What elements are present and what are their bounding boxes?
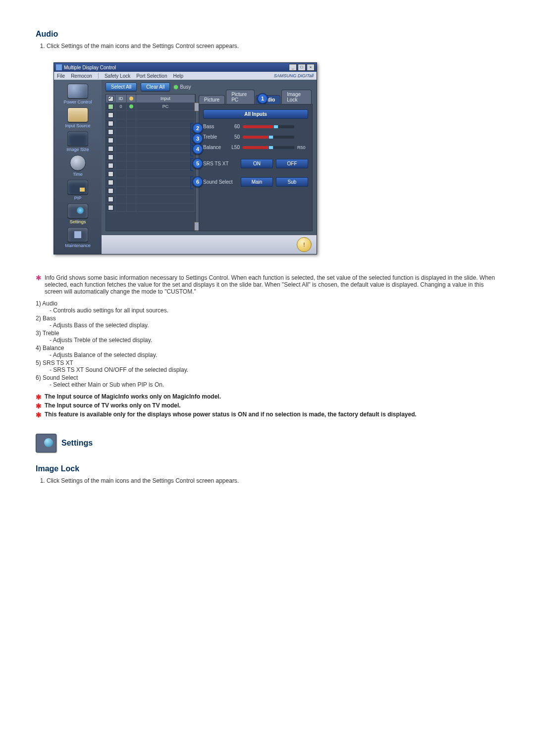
row-checkbox[interactable] <box>108 188 113 194</box>
row-checkbox[interactable] <box>108 112 113 118</box>
note-power-status: ✱This feature is available only for the … <box>36 411 499 419</box>
star-icon: ✱ <box>36 393 42 401</box>
status-bar: ! <box>102 235 317 254</box>
tab-image-lock[interactable]: Image Lock <box>281 90 312 104</box>
grid-row-empty[interactable] <box>106 203 195 212</box>
grid-header-checkbox[interactable] <box>106 95 115 102</box>
grid-row-empty[interactable] <box>106 161 195 170</box>
sidebar-label: Settings <box>70 219 86 224</box>
menu-remocon[interactable]: Remocon <box>71 73 92 79</box>
grid-row-empty[interactable] <box>106 119 195 128</box>
grid-row-empty[interactable] <box>106 178 195 187</box>
balance-slider[interactable]: 4 Balance L50 R50 <box>203 145 308 150</box>
numbered-description-list: 1) Audio- Controls audio settings for al… <box>36 300 499 388</box>
grid-row-empty[interactable] <box>106 111 195 119</box>
slider-thumb[interactable] <box>273 125 278 128</box>
grid-row[interactable]: 0 PC <box>106 102 195 111</box>
row-checkbox[interactable] <box>108 154 113 160</box>
callout-5: 5 <box>192 158 203 169</box>
star-icon: ✱ <box>36 411 42 419</box>
slider-thumb[interactable] <box>268 136 273 139</box>
titlebar: Multiple Display Control _ □ × <box>54 63 317 72</box>
grid-row-empty[interactable] <box>106 128 195 136</box>
grid-row-empty[interactable] <box>106 187 195 195</box>
treble-slider[interactable]: 3 Treble 50 <box>203 134 308 140</box>
audio-step-1: Click Settings of the main icons and the… <box>47 43 499 50</box>
tab-picture-pc[interactable]: Picture PC <box>226 90 255 104</box>
image-lock-heading: Image Lock <box>36 464 499 473</box>
image-size-icon <box>67 131 88 146</box>
menu-port-selection[interactable]: Port Selection <box>136 73 167 79</box>
minimize-button[interactable]: _ <box>289 64 297 71</box>
select-all-button[interactable]: Select All <box>106 83 137 91</box>
desc-3: 3) Treble- Adjusts Treble of the selecte… <box>36 330 499 344</box>
sound-sub-button[interactable]: Sub <box>276 177 308 187</box>
row-input: PC <box>136 102 195 110</box>
app-screenshot: Multiple Display Control _ □ × File Remo… <box>54 62 499 254</box>
sidebar-item-power-control[interactable]: Power Control <box>57 83 99 105</box>
treble-value: 50 <box>228 134 240 140</box>
sidebar-item-pip[interactable]: PIP <box>57 179 99 202</box>
menu-separator <box>98 73 99 79</box>
grid-header-input: Input <box>136 95 195 102</box>
time-icon <box>70 155 86 171</box>
desc-1: 1) Audio- Controls audio settings for al… <box>36 300 499 314</box>
sound-main-button[interactable]: Main <box>241 177 273 187</box>
desc-6: 6) Sound Select- Select either Main or S… <box>36 374 499 388</box>
grid-row-empty[interactable] <box>106 145 195 153</box>
menu-file[interactable]: File <box>57 73 65 79</box>
grid-row-empty[interactable] <box>106 195 195 203</box>
grid-row-empty[interactable] <box>106 153 195 161</box>
sidebar-label: Maintenance <box>65 243 91 248</box>
row-checkbox[interactable] <box>108 180 113 185</box>
menu-help[interactable]: Help <box>173 73 183 79</box>
srs-on-button[interactable]: ON <box>241 159 273 168</box>
settings-panel: Picture Picture PC Audio Image Lock 1 Al… <box>199 94 313 231</box>
note-magicinfo: ✱The Input source of MagicInfo works onl… <box>36 393 499 401</box>
callout-2: 2 <box>192 123 203 134</box>
row-checkbox[interactable] <box>108 163 113 168</box>
info-grid: ID Input 0 PC <box>106 94 196 231</box>
row-checkbox[interactable] <box>108 104 113 109</box>
star-icon: ✱ <box>36 402 42 410</box>
tab-picture[interactable]: Picture <box>199 95 225 104</box>
srs-off-button[interactable]: OFF <box>276 159 308 168</box>
desc-5: 5) SRS TS XT- SRS TS XT Sound ON/OFF of … <box>36 359 499 373</box>
image-lock-step-1: Click Settings of the main icons and the… <box>47 477 499 484</box>
sidebar-item-image-size[interactable]: Image Size <box>57 130 99 153</box>
balance-value: L50 <box>228 145 240 150</box>
slider-thumb[interactable] <box>268 146 273 149</box>
app-window: Multiple Display Control _ □ × File Remo… <box>54 62 317 254</box>
sidebar-label: PIP <box>74 196 82 201</box>
sidebar-item-input-source[interactable]: Input Source <box>57 106 99 129</box>
row-checkbox[interactable] <box>108 146 113 151</box>
alert-icon: ! <box>297 237 312 252</box>
busy-indicator: Busy <box>174 84 191 90</box>
row-checkbox[interactable] <box>108 205 113 210</box>
desc-2: 2) Bass- Adjusts Bass of the selected di… <box>36 315 499 329</box>
row-checkbox[interactable] <box>108 129 113 135</box>
row-checkbox[interactable] <box>108 171 113 177</box>
grid-row-empty[interactable] <box>106 136 195 145</box>
row-checkbox[interactable] <box>108 197 113 202</box>
info-star-note: ✱Info Grid shows some basic information … <box>36 274 499 295</box>
sidebar: Power Control Input Source Image Size Ti… <box>54 80 102 254</box>
bold-notes: ✱The Input source of MagicInfo works onl… <box>36 393 499 419</box>
maximize-button[interactable]: □ <box>298 64 306 71</box>
callout-3: 3 <box>192 133 203 144</box>
row-checkbox[interactable] <box>108 121 113 126</box>
grid-row-empty[interactable] <box>106 170 195 178</box>
bass-value: 60 <box>228 124 240 129</box>
clear-all-button[interactable]: Clear All <box>141 83 170 91</box>
sidebar-item-settings[interactable]: Settings <box>57 202 99 225</box>
row-checkbox[interactable] <box>108 138 113 143</box>
balance-end: R50 <box>297 145 308 150</box>
bass-slider[interactable]: 2 Bass 60 <box>203 124 308 129</box>
sidebar-item-maintenance[interactable]: Maintenance <box>57 226 99 249</box>
sidebar-label: Input Source <box>65 123 90 128</box>
sidebar-item-time[interactable]: Time <box>57 154 99 178</box>
close-button[interactable]: × <box>307 64 315 71</box>
menu-safety-lock[interactable]: Safety Lock <box>105 73 130 79</box>
sound-select-toggle: 6 Sound Select Main Sub <box>203 177 308 187</box>
sidebar-label: Power Control <box>63 100 92 104</box>
